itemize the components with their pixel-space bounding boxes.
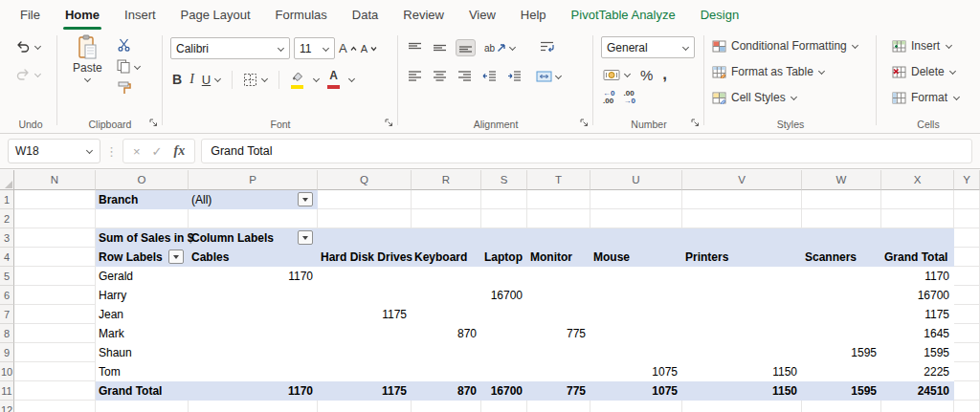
cell-N12[interactable] [14,401,96,412]
cell-N2[interactable] [14,209,96,228]
cell-Q10[interactable] [318,362,412,381]
cell-N10[interactable] [14,362,96,381]
font-dialog-launcher[interactable] [383,117,394,128]
cell-V8[interactable] [682,324,802,343]
decrease-decimal-button[interactable]: .00 →0 [623,90,635,105]
align-right-button[interactable] [456,69,474,84]
tab-review[interactable]: Review [390,0,457,30]
row-header-7[interactable]: 7 [0,305,14,324]
cell-V12[interactable] [682,401,802,412]
cell-Y6[interactable] [954,286,980,305]
cell-O3[interactable]: Sum of Sales in $ [96,228,189,248]
cell-Q12[interactable] [318,401,412,412]
cell-S3[interactable] [481,228,527,248]
increase-decimal-button[interactable]: ←0 .00 [603,90,614,105]
cell-Q2[interactable] [318,209,412,228]
cell-U6[interactable] [590,286,682,305]
cell-R2[interactable] [412,209,481,228]
cell-S9[interactable] [481,343,527,362]
cell-X3[interactable] [881,228,954,248]
insert-function-button[interactable]: fx [174,143,186,159]
cell-V7[interactable] [682,305,802,324]
cell-Y11[interactable] [954,381,980,401]
cell-Q3[interactable] [318,228,412,248]
cell-W1[interactable] [802,190,881,209]
cell-S2[interactable] [481,209,527,228]
row-header-8[interactable]: 8 [0,324,14,343]
enter-icon[interactable]: ✓ [152,144,163,159]
row-header-12[interactable]: 12 [0,401,14,412]
orientation-button[interactable]: ab [482,41,518,55]
cell-V5[interactable] [682,267,802,286]
cell-Y12[interactable] [954,401,980,412]
decrease-font-size-button[interactable]: A [361,43,377,54]
row-header-3[interactable]: 3 [0,228,14,248]
accounting-format-button[interactable] [603,69,631,81]
align-middle-button[interactable] [431,40,449,55]
cell-Y1[interactable] [954,190,980,209]
cell-N9[interactable] [14,343,96,362]
increase-indent-button[interactable] [505,69,523,84]
cell-O1[interactable]: Branch [96,190,189,209]
select-all-corner[interactable] [0,170,14,190]
underline-button[interactable]: U [202,73,221,87]
tab-view[interactable]: View [457,0,508,30]
cell-P4[interactable]: Cables [189,248,318,267]
cell-Y8[interactable] [954,324,980,343]
cell-P7[interactable] [189,305,318,324]
cell-W8[interactable] [802,324,881,343]
cell-P12[interactable] [189,401,318,412]
clipboard-dialog-launcher[interactable] [147,117,159,128]
cancel-icon[interactable]: × [133,144,141,159]
row-header-1[interactable]: 1 [0,190,14,209]
cell-W3[interactable] [802,228,881,248]
cell-N6[interactable] [14,286,96,305]
cell-R9[interactable] [412,343,481,362]
filter-dropdown-P1[interactable] [298,192,313,206]
cell-Q8[interactable] [318,324,412,343]
increase-font-size-button[interactable]: A [339,41,357,55]
cell-X8[interactable]: 1645 [881,324,954,343]
delete-cells-button[interactable]: Delete [892,65,957,78]
cell-O11[interactable]: Grand Total [96,381,189,401]
font-size-select[interactable]: 11 [294,37,335,59]
cell-styles-button[interactable]: Cell Styles [712,91,798,104]
cell-V3[interactable] [682,228,802,248]
cell-S11[interactable]: 16700 [481,381,527,401]
cell-X12[interactable] [881,401,954,412]
cell-V11[interactable]: 1150 [682,381,802,401]
cell-O2[interactable] [96,209,189,228]
cell-U2[interactable] [590,209,682,228]
insert-cells-button[interactable]: Insert [892,39,952,53]
cell-T9[interactable] [527,343,590,362]
cell-W7[interactable] [802,305,881,324]
decrease-indent-button[interactable] [480,69,499,84]
align-center-button[interactable] [431,69,449,84]
row-header-5[interactable]: 5 [0,267,14,286]
cell-X5[interactable]: 1170 [881,267,954,286]
cell-T2[interactable] [527,209,590,228]
cell-T7[interactable] [527,305,590,324]
cell-W4[interactable]: Scanners [802,248,881,267]
cell-W11[interactable]: 1595 [802,381,881,401]
cell-Q4[interactable]: Hard Disk Drives [318,248,412,267]
cell-W6[interactable] [802,286,881,305]
italic-button[interactable]: I [189,72,194,87]
cell-P5[interactable]: 1170 [189,267,318,286]
bold-button[interactable]: B [172,72,182,87]
comma-style-button[interactable]: , [662,65,667,84]
cell-X1[interactable] [881,190,954,209]
cell-O7[interactable]: Jean [96,305,189,324]
cell-P9[interactable] [189,343,318,362]
cell-V1[interactable] [682,190,802,209]
column-header-N[interactable]: N [14,170,96,190]
tab-page-layout[interactable]: Page Layout [168,0,263,30]
column-header-P[interactable]: P [189,170,318,190]
conditional-formatting-button[interactable]: Conditional Formatting [712,39,859,53]
cell-T6[interactable] [527,286,590,305]
cell-T10[interactable] [527,362,590,381]
tab-home[interactable]: Home [53,0,112,30]
borders-button[interactable] [243,73,268,87]
cell-S7[interactable] [481,305,527,324]
cell-O10[interactable]: Tom [96,362,189,381]
